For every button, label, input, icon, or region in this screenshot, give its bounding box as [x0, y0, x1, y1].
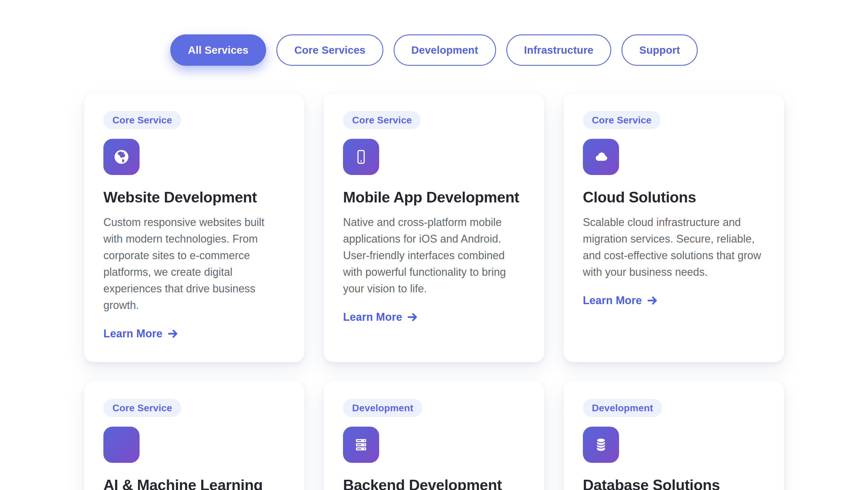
service-icon-tile	[343, 139, 379, 175]
arrow-right-icon	[407, 311, 418, 323]
category-badge: Development	[343, 399, 422, 417]
service-card-database-solutions: Development Database Solutions	[564, 381, 784, 490]
globe-icon	[113, 148, 130, 166]
service-title: Mobile App Development	[343, 188, 519, 207]
service-card-backend-development: Development	[324, 381, 544, 490]
learn-more-label: Learn More	[103, 327, 162, 340]
learn-more-label: Learn More	[583, 294, 642, 307]
service-card-ai-machine-learning: Core Service AI & Machine Learning	[84, 381, 304, 490]
category-badge: Core Service	[583, 111, 661, 129]
learn-more-link[interactable]: Learn More	[343, 311, 418, 323]
service-card-mobile-app-development: Core Service Mobile App Development Nati…	[324, 93, 544, 362]
service-icon-tile	[583, 139, 619, 175]
services-section: All Services Core Services Development I…	[0, 0, 868, 490]
filter-bar: All Services Core Services Development I…	[0, 0, 868, 66]
service-icon-tile	[583, 427, 619, 463]
database-icon	[592, 436, 610, 454]
mobile-icon	[352, 148, 370, 166]
filter-infrastructure[interactable]: Infrastructure	[506, 34, 611, 66]
category-badge: Core Service	[343, 111, 421, 129]
learn-more-label: Learn More	[343, 311, 402, 323]
learn-more-link[interactable]: Learn More	[583, 294, 658, 307]
service-title: Backend Development	[343, 475, 502, 490]
cloud-icon	[592, 148, 610, 166]
learn-more-link[interactable]: Learn More	[103, 327, 179, 340]
service-card-cloud-solutions: Core Service Cloud Solutions Scalable cl…	[564, 93, 784, 362]
service-icon-tile	[103, 427, 140, 463]
service-title: Database Solutions	[583, 475, 720, 490]
arrow-right-icon	[647, 295, 658, 306]
filter-support[interactable]: Support	[621, 34, 698, 66]
service-description: Custom responsive websites built with mo…	[103, 214, 285, 314]
service-card-website-development: Core Service Website Development Custom …	[84, 93, 304, 362]
service-title: AI & Machine Learning	[103, 475, 262, 490]
services-grid: Core Service Website Development Custom …	[84, 93, 784, 490]
service-icon-tile	[103, 139, 140, 175]
service-icon-tile	[343, 427, 379, 463]
category-badge: Development	[583, 399, 662, 417]
filter-development[interactable]: Development	[394, 34, 496, 66]
service-description: Scalable cloud infrastructure and migrat…	[583, 214, 765, 280]
filter-core-services[interactable]: Core Services	[276, 34, 383, 66]
filter-all-services[interactable]: All Services	[170, 34, 267, 66]
service-description: Native and cross-platform mobile applica…	[343, 214, 525, 297]
arrow-right-icon	[167, 328, 179, 340]
category-badge: Core Service	[103, 111, 181, 129]
category-badge: Core Service	[103, 399, 181, 417]
service-title: Cloud Solutions	[583, 188, 696, 207]
service-title: Website Development	[103, 188, 257, 207]
server-icon	[352, 436, 370, 454]
